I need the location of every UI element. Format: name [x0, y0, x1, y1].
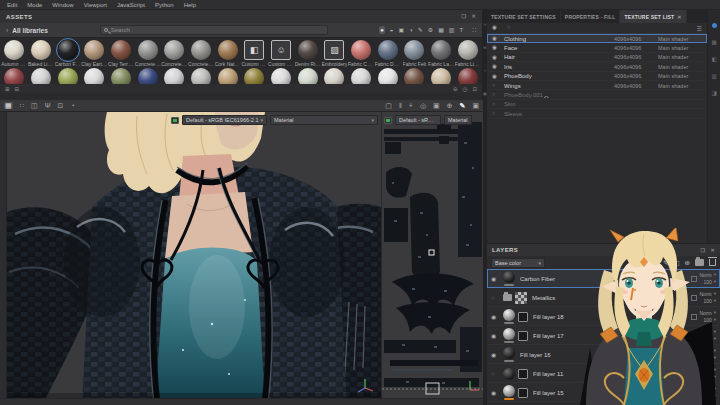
eraser-tool-icon[interactable]: ∷ [20, 102, 24, 109]
filter-brushes-icon[interactable]: ✎ [418, 27, 423, 33]
material-thumbnail[interactable]: Concrete C... [161, 40, 188, 67]
panel-tab[interactable]: TEXTURE SET LIST✕ [620, 10, 686, 23]
projection-tool-icon[interactable]: ◫ [31, 102, 38, 109]
menu-item[interactable]: JavaScript [117, 2, 145, 8]
material-thumbnail[interactable] [294, 68, 321, 84]
chevron-right-icon[interactable]: › [6, 27, 8, 34]
material-thumbnail[interactable]: Fabric Cott... [348, 40, 375, 67]
quick-mask-icon[interactable]: ◎ [420, 102, 426, 109]
dock-history-icon[interactable]: ◨ [711, 90, 716, 96]
dock-display-icon[interactable]: ◧ [711, 56, 716, 62]
material-thumbnail[interactable]: Clay Earth... [81, 40, 108, 67]
material-thumbnail[interactable] [134, 68, 161, 84]
material-thumbnail[interactable]: ◧ Custom Sp... [241, 40, 268, 67]
texture-set-row[interactable]: Clothing 4096x4096 Main shader [487, 34, 707, 43]
zoom-out-icon[interactable]: ⊖ [453, 86, 458, 92]
grid-menu-icon[interactable]: ∷ [472, 27, 476, 33]
material-thumbnail[interactable] [28, 68, 55, 84]
material-thumbnail[interactable]: Cork Natural [214, 40, 241, 67]
2d-uv-viewport[interactable]: Default - sRGB IEC... Material [381, 112, 483, 405]
close-icon[interactable]: ✕ [471, 14, 476, 19]
menu-item[interactable]: Mode [27, 2, 42, 8]
layer-thumbnail[interactable] [503, 271, 515, 283]
layer-visibility-icon[interactable] [491, 333, 500, 339]
3d-viewport[interactable]: Default - sRGB IEC61966-2.1▾ Material▾ [7, 112, 381, 405]
filter-smart-materials-icon[interactable]: ◒ [390, 27, 394, 33]
material-thumbnail[interactable]: Fabric Felt [401, 40, 428, 67]
material-thumbnail[interactable]: Baked Ligh... [28, 40, 55, 67]
close-tab-icon[interactable]: ✕ [677, 14, 681, 20]
pivot-icon[interactable]: ⊕ [447, 102, 453, 109]
texture-set-row[interactable]: Wings 4096x4096 Main shader [487, 81, 707, 90]
layer-thumbnail[interactable] [503, 309, 515, 321]
material-thumbnail[interactable]: Fabric Lace [428, 40, 455, 67]
library-selector[interactable]: All libraries [12, 27, 47, 34]
panel-tab[interactable]: TEXTURE SET SETTINGS✕ [487, 10, 561, 23]
channel-select[interactable]: Base color▾ [491, 258, 545, 268]
layer-thumbnail[interactable] [503, 368, 515, 380]
material-thumbnail[interactable]: Fabric Den... [374, 40, 401, 67]
filter-filters-icon[interactable]: ◑ [409, 27, 413, 33]
texture-set-row[interactable]: Hair 4096x4096 Main shader [487, 53, 707, 62]
material-thumbnail[interactable] [401, 68, 428, 84]
visibility-toggle-icon[interactable] [492, 92, 500, 98]
list-options-icon[interactable]: ☰ [697, 25, 702, 32]
dock-shader-icon[interactable]: ▥ [711, 73, 716, 79]
visibility-toggle-icon[interactable] [492, 111, 500, 117]
texture-set-row[interactable]: Iris 4096x4096 Main shader [487, 62, 707, 71]
import-resources-icon[interactable]: ⊟ [15, 86, 20, 92]
texture-set-row[interactable]: Face 4096x4096 Main shader [487, 43, 707, 52]
visibility-toggle-icon[interactable] [492, 64, 500, 70]
material-thumbnail[interactable] [428, 68, 455, 84]
filter-tools-icon[interactable]: ⚙ [428, 27, 433, 33]
material-thumbnail[interactable] [321, 68, 348, 84]
material-thumbnail[interactable] [241, 68, 268, 84]
menu-item[interactable]: Help [184, 2, 196, 8]
material-thumbnail[interactable]: Concrete ... [134, 40, 161, 67]
material-thumbnail[interactable]: Concrete C... [188, 40, 215, 67]
gizmo-icon[interactable]: + [409, 102, 413, 109]
layer-visibility-icon[interactable] [491, 314, 500, 320]
brush-tool-icon[interactable]: ▦ [4, 102, 13, 109]
visibility-toggle-icon[interactable] [492, 55, 500, 61]
camera-icon[interactable]: ▣ [433, 102, 440, 109]
shading-mode-select[interactable]: Material▾ [270, 115, 378, 125]
material-thumbnail[interactable] [348, 68, 375, 84]
texture-set-row[interactable]: PhoeBody 4096x4096 Main shader [487, 72, 707, 81]
snapshot-icon[interactable]: ▣ [472, 102, 479, 109]
display-settings-icon[interactable] [384, 117, 392, 124]
layer-thumbnail[interactable] [503, 328, 515, 340]
expand-icon[interactable]: ⊡ [472, 86, 477, 92]
history-icon[interactable]: ◔ [70, 102, 74, 109]
material-thumbnail[interactable] [1, 68, 28, 84]
solo-visibility-icon[interactable] [507, 25, 515, 31]
layer-visibility-icon[interactable] [491, 295, 500, 301]
filter-smart-masks-icon[interactable]: ▣ [398, 27, 404, 33]
material-thumbnail[interactable]: Denim Rivet [294, 40, 321, 67]
menu-item[interactable]: Viewport [84, 2, 107, 8]
search-box[interactable] [100, 25, 328, 35]
menu-item[interactable]: Edit [7, 2, 17, 8]
layer-visibility-icon[interactable] [491, 390, 500, 396]
material-thumbnail[interactable]: Fabric Linen [454, 40, 481, 67]
recent-icon[interactable]: ◷ [463, 86, 468, 92]
material-thumbnail[interactable] [188, 68, 215, 84]
material-thumbnail[interactable] [161, 68, 188, 84]
texture-set-row[interactable]: PhoeBody.001 [487, 90, 707, 99]
layer-visibility-icon[interactable] [491, 371, 500, 377]
panel-tab[interactable]: PROPERTIES - FILL✕ [561, 10, 621, 23]
new-folder-icon[interactable]: ⊞ [5, 86, 10, 92]
material-thumbnail[interactable] [81, 68, 108, 84]
material-thumbnail[interactable]: ☺ Custom Sti... [268, 40, 295, 67]
layer-mask-thumbnail[interactable] [518, 369, 528, 379]
material-thumbnail[interactable] [454, 68, 481, 84]
menu-item[interactable]: Window [52, 2, 73, 8]
material-thumbnail[interactable] [108, 68, 135, 84]
layer-thumbnail[interactable] [503, 347, 515, 359]
filter-shelf-icon[interactable]: ▦ [438, 27, 444, 33]
colorspace-select[interactable]: Default - sRGB IEC... [395, 115, 441, 125]
material-thumbnail[interactable] [268, 68, 295, 84]
material-thumbnail[interactable] [54, 68, 81, 84]
layer-visibility-icon[interactable] [491, 352, 500, 358]
visibility-toggle-icon[interactable] [492, 74, 500, 80]
